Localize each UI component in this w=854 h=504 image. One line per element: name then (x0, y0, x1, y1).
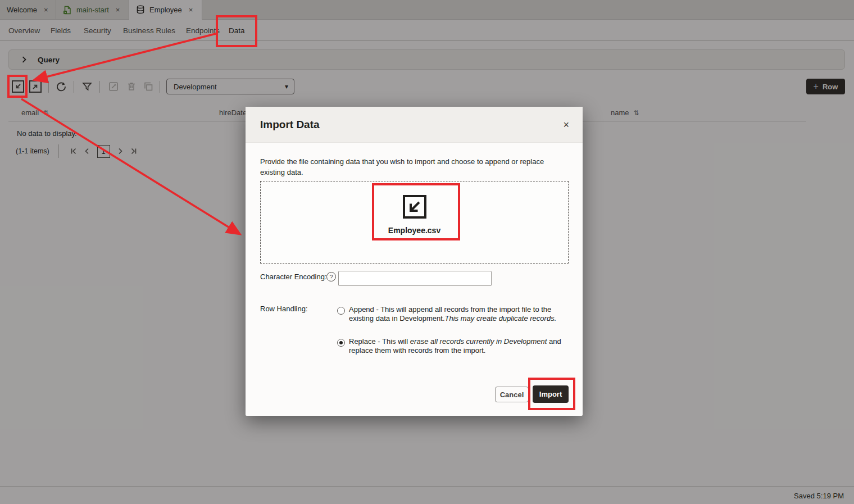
replace-radio[interactable] (337, 339, 345, 347)
close-icon[interactable]: × (563, 120, 569, 130)
append-radio[interactable] (337, 307, 345, 315)
file-drop-zone[interactable]: Employee.csv (260, 181, 569, 264)
cancel-button[interactable]: Cancel (495, 387, 529, 402)
row-handling-label: Row Handling: (260, 305, 308, 313)
import-data-dialog: Import Data × Provide the file containin… (246, 107, 583, 416)
append-option-text: Append - This will append all records fr… (349, 305, 569, 323)
character-encoding-input[interactable] (338, 271, 492, 286)
dialog-header: Import Data × (246, 107, 583, 143)
dialog-title: Import Data (260, 119, 320, 131)
file-name: Employee.csv (388, 226, 440, 235)
character-encoding-label: Character Encoding: (260, 273, 327, 281)
replace-option-text: Replace - This will erase all records cu… (349, 337, 569, 355)
import-button[interactable]: Import (533, 385, 569, 403)
help-icon[interactable]: ? (326, 272, 336, 281)
import-file-icon (402, 194, 428, 220)
dropped-file[interactable]: Employee.csv (261, 194, 568, 235)
dialog-description: Provide the file containing data that yo… (260, 157, 558, 178)
